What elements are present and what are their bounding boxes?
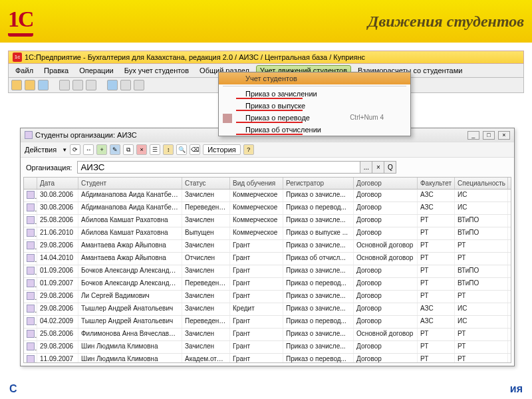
tb-paste-icon[interactable] — [86, 80, 96, 90]
clear-button[interactable]: × — [372, 161, 384, 174]
col-date[interactable]: Дата — [37, 178, 78, 189]
grid-body[interactable]: 30.08.2006Абдиманапова Аида Канатбеко...… — [24, 190, 511, 362]
col-student[interactable]: Студент — [78, 178, 182, 189]
wtb-copy-icon[interactable]: ⧉ — [123, 144, 134, 155]
cell-date: 25.08.2006 — [37, 329, 78, 340]
table-row[interactable]: 25.08.2006Абилова Камшат РахатовнаЗачисл… — [24, 215, 511, 227]
cell-vid: Грант — [230, 278, 283, 290]
cell-dog: Договор — [354, 202, 418, 214]
cell-status: Зачислен — [182, 265, 230, 277]
tb-new-icon[interactable] — [11, 80, 22, 90]
table-row[interactable]: 11.09.2007Шин Людмила КлимовнаАкадем.отп… — [24, 354, 511, 362]
wtb-delete-icon[interactable]: × — [136, 144, 147, 155]
tb-help-icon[interactable] — [134, 80, 144, 90]
menu-operations[interactable]: Операции — [75, 65, 117, 76]
open-button[interactable]: Q — [384, 161, 396, 174]
col-vid[interactable]: Вид обучения — [230, 178, 283, 189]
menu-order-graduate[interactable]: Приказ о выпуске — [219, 100, 410, 112]
menu-order-expel[interactable]: Приказ об отчислении — [219, 124, 410, 136]
tb-copy-icon[interactable] — [72, 80, 83, 90]
dropdown-header[interactable]: Учет студентов — [219, 72, 410, 84]
cell-fac: АЗС — [418, 190, 455, 201]
cell-vid: Грант — [230, 253, 283, 265]
cell-student: Ли Сергей Вадимович — [78, 291, 182, 303]
cell-date: 29.08.2006 — [37, 341, 78, 353]
cell-vid: Грант — [230, 354, 283, 362]
cell-status: Зачислен — [182, 215, 230, 227]
table-row[interactable]: 29.08.2006Ли Сергей ВадимовичЗачисленГра… — [24, 291, 511, 303]
actions-label[interactable]: Действия — [25, 146, 57, 154]
col-dog[interactable]: Договор — [354, 178, 418, 189]
cell-vid: Грант — [230, 265, 283, 277]
tb-open-icon[interactable] — [25, 80, 35, 90]
table-row[interactable]: 25.08.2006Филимонова Анна ВячеславовнаЗа… — [24, 329, 511, 341]
wtb-filter-icon[interactable]: ☰ — [150, 144, 160, 155]
table-row[interactable]: 29.08.2006Амантаева Ажар АйыповнаЗачисле… — [24, 240, 511, 253]
wtb-refresh-icon[interactable]: ⟳ — [70, 144, 80, 155]
students-window: Студенты организации: АИЗС _ □ × Действи… — [20, 128, 515, 366]
history-button[interactable]: История — [203, 144, 241, 155]
logo-1c: 1C — [8, 7, 33, 37]
movements-dropdown: Учет студентов Приказ о зачислении Прика… — [218, 72, 411, 136]
cell-reg: Приказ о перевод... — [283, 354, 354, 362]
table-row[interactable]: 30.08.2006Абдиманапова Аида Канатбеко...… — [24, 190, 511, 202]
cell-vid: Грант — [230, 329, 283, 340]
menu-order-transfer[interactable]: Приказ о переводе Ctrl+Num 4 — [219, 112, 410, 124]
window-controls: _ □ × — [466, 130, 510, 140]
table-row[interactable]: 21.06.2010Абилова Камшат РахатовнаВыпуще… — [24, 227, 511, 240]
col-icon[interactable] — [24, 178, 37, 189]
col-spec[interactable]: Специальность — [455, 178, 508, 189]
cell-spec: РТ — [455, 341, 508, 353]
wtb-add-icon[interactable]: + — [96, 144, 107, 155]
row-icon — [27, 203, 35, 211]
menu-label: Приказ о выпуске — [245, 102, 305, 110]
cell-fac: РТ — [418, 354, 455, 362]
tb-cut-icon[interactable] — [59, 80, 70, 90]
tb-save-icon[interactable] — [38, 80, 49, 90]
col-status[interactable]: Статус — [182, 178, 230, 189]
window-icon — [25, 131, 33, 139]
tb-refresh-icon[interactable] — [120, 80, 131, 90]
cell-reg: Приказ о зачисле... — [283, 265, 354, 277]
cell-student: Абдиманапова Аида Канатбеко... — [78, 202, 182, 214]
table-row[interactable]: 04.02.2009Тышлер Андрей АнатольевичПерев… — [24, 316, 511, 329]
cell-date: 01.09.2006 — [37, 265, 78, 277]
col-fac[interactable]: Факультет — [418, 178, 455, 189]
row-icon — [27, 191, 35, 199]
table-row[interactable]: 29.08.2006Тышлер Андрей АнатольевичЗачис… — [24, 303, 511, 316]
filter-row: Организация: ... × Q — [21, 158, 514, 177]
cell-student: Бочков Александр Александро... — [78, 278, 182, 290]
cell-fac: РТ — [418, 227, 455, 239]
menu-edit[interactable]: Правка — [40, 65, 72, 76]
tb-search-icon[interactable] — [107, 80, 118, 90]
table-row[interactable]: 01.09.2007Бочков Александр Александро...… — [24, 278, 511, 291]
wtb-edit-icon[interactable]: ✎ — [110, 144, 120, 155]
wtb-nav-icon[interactable]: ↔ — [83, 144, 94, 155]
minimize-button[interactable]: _ — [467, 131, 479, 140]
cell-fac: РТ — [418, 341, 455, 353]
cell-spec: ИС — [455, 316, 508, 328]
cell-reg: Приказ о зачисле... — [283, 329, 354, 340]
menu-order-enroll[interactable]: Приказ о зачислении — [219, 88, 410, 100]
select-button[interactable]: ... — [360, 161, 372, 174]
org-input[interactable] — [77, 161, 360, 174]
table-row[interactable]: 29.08.2006Шин Людмила КлимовнаЗачисленГр… — [24, 341, 511, 354]
table-row[interactable]: 01.09.2006Бочков Александр Александро...… — [24, 265, 511, 278]
cell-fac: РТ — [418, 253, 455, 265]
table-row[interactable]: 14.04.2010Амантаева Ажар АйыповнаОтчисле… — [24, 253, 511, 265]
col-reg[interactable]: Регистратор — [283, 178, 354, 189]
window-toolbar: Действия ▼ ⟳ ↔ + ✎ ⧉ × ☰ ↕ 🔍 ⌫ История ? — [21, 142, 514, 158]
menu-accounting[interactable]: Бух учет студентов — [120, 65, 193, 76]
filter-label: Организация: — [26, 164, 72, 172]
cell-vid: Грант — [230, 316, 283, 328]
maximize-button[interactable]: □ — [483, 131, 495, 140]
cell-vid: Грант — [230, 341, 283, 353]
menu-file[interactable]: Файл — [11, 65, 37, 76]
wtb-find-icon[interactable]: 🔍 — [176, 144, 187, 155]
cell-student: Абилова Камшат Рахатовна — [78, 215, 182, 227]
wtb-clear-icon[interactable]: ⌫ — [190, 144, 200, 155]
table-row[interactable]: 30.08.2006Абдиманапова Аида Канатбеко...… — [24, 202, 511, 215]
wtb-help-icon[interactable]: ? — [243, 144, 254, 155]
wtb-sort-icon[interactable]: ↕ — [163, 144, 174, 155]
close-button[interactable]: × — [498, 131, 510, 140]
